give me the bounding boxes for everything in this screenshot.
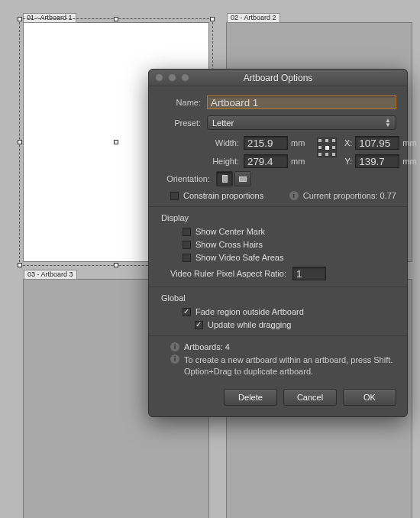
info-icon: i xyxy=(170,355,179,364)
name-label: Name: xyxy=(160,98,207,107)
y-label: Y: xyxy=(343,157,355,166)
delete-button[interactable]: Delete xyxy=(224,389,277,406)
handle-mid-left[interactable] xyxy=(18,140,22,144)
orientation-portrait-button[interactable] xyxy=(216,171,233,186)
x-unit: mm xyxy=(402,138,416,147)
artboard-3-label: 03 - Artboard 3 xyxy=(24,270,77,280)
x-label: X: xyxy=(343,138,355,147)
constrain-proportions-label: Constrain proportions xyxy=(183,191,263,200)
height-label: Height: xyxy=(207,157,244,166)
info-icon: i xyxy=(289,191,299,200)
orientation-landscape-button[interactable] xyxy=(234,171,251,186)
fade-region-label: Fade region outside Artboard xyxy=(195,307,304,316)
height-unit: mm xyxy=(291,157,305,166)
width-label: Width: xyxy=(207,138,244,147)
window-zoom-icon[interactable] xyxy=(181,73,189,82)
ok-button[interactable]: OK xyxy=(343,389,396,406)
handle-bottom-left[interactable] xyxy=(18,263,22,267)
display-section-title: Display xyxy=(161,213,396,222)
reference-point-grid[interactable] xyxy=(317,138,337,157)
current-proportions-label: Current proportions: 0.77 xyxy=(303,191,396,200)
window-minimize-icon[interactable] xyxy=(168,73,176,82)
show-video-safe-checkbox[interactable] xyxy=(183,254,191,262)
width-unit: mm xyxy=(291,138,305,147)
show-video-safe-label: Show Video Safe Areas xyxy=(195,253,283,262)
help-text: To create a new artboard within an artbo… xyxy=(184,355,396,378)
show-cross-hairs-label: Show Cross Hairs xyxy=(195,240,263,249)
video-aspect-label: Video Ruler Pixel Aspect Ratio: xyxy=(170,269,286,278)
artboard-2-label: 02 - Artboard 2 xyxy=(227,13,280,23)
x-input[interactable] xyxy=(355,136,399,150)
handle-bottom-mid[interactable] xyxy=(114,263,118,267)
handle-top-right[interactable] xyxy=(210,17,215,21)
handle-center[interactable] xyxy=(114,140,118,144)
handle-top-left[interactable] xyxy=(18,17,22,21)
handle-top-mid[interactable] xyxy=(114,17,118,21)
update-while-dragging-label: Update while dragging xyxy=(208,320,291,329)
video-aspect-input[interactable] xyxy=(292,267,326,280)
orientation-label: Orientation: xyxy=(160,174,216,183)
fade-region-checkbox[interactable] xyxy=(183,308,191,316)
name-input[interactable] xyxy=(207,96,396,109)
show-cross-hairs-checkbox[interactable] xyxy=(183,241,191,249)
artboards-count-label: Artboards: 4 xyxy=(184,342,230,351)
canvas-area[interactable]: 01 - Artboard 1 02 - Artboard 2 03 - Art… xyxy=(0,0,420,518)
dialog-titlebar[interactable]: Artboard Options xyxy=(149,70,407,86)
artboard-options-dialog: Artboard Options Name: Preset: Letter ▲▼… xyxy=(148,69,408,417)
show-center-mark-label: Show Center Mark xyxy=(195,227,265,236)
preset-value: Letter xyxy=(212,118,234,128)
height-input[interactable] xyxy=(244,154,288,168)
portrait-icon xyxy=(222,175,228,183)
global-section-title: Global xyxy=(161,293,396,303)
preset-label: Preset: xyxy=(160,118,207,128)
y-input[interactable] xyxy=(355,154,399,168)
chevron-updown-icon: ▲▼ xyxy=(385,118,391,128)
cancel-button[interactable]: Cancel xyxy=(283,389,337,406)
constrain-proportions-checkbox[interactable] xyxy=(170,192,179,200)
info-icon: i xyxy=(170,342,179,351)
show-center-mark-checkbox[interactable] xyxy=(183,228,191,236)
y-unit: mm xyxy=(402,157,416,166)
preset-select[interactable]: Letter ▲▼ xyxy=(207,115,396,130)
width-input[interactable] xyxy=(244,136,288,150)
update-while-dragging-checkbox[interactable] xyxy=(195,321,203,329)
landscape-icon xyxy=(239,176,247,182)
window-close-icon[interactable] xyxy=(155,73,163,82)
